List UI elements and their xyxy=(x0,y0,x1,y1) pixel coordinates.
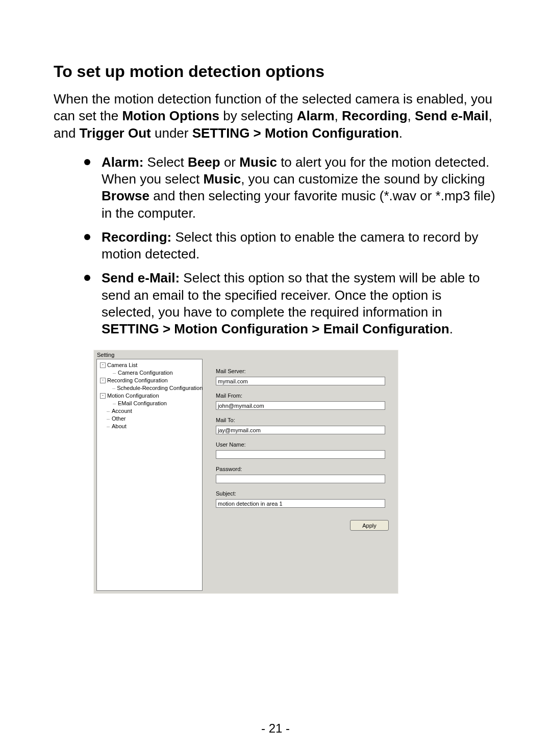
tree-item-about[interactable]: – About xyxy=(100,423,200,430)
settings-header: Setting xyxy=(94,350,398,359)
intro-bold: Recording xyxy=(342,108,408,123)
intro-text: , xyxy=(408,108,415,123)
apply-button[interactable]: Apply xyxy=(350,520,389,531)
intro-text: under xyxy=(151,125,192,141)
bullet-send-email: Send e-Mail: Select this option so that … xyxy=(84,270,497,337)
tree-branch-icon: – xyxy=(106,407,110,415)
tree-label: Recording Configuration xyxy=(107,377,168,384)
bullet-bold: Browse xyxy=(102,188,149,203)
tree-item-motion-config[interactable]: - Motion Configuration xyxy=(100,392,200,400)
tree-item-email-config[interactable]: – EMail Configuration xyxy=(100,400,200,407)
bullet-list: Alarm: Select Beep or Music to alert you… xyxy=(54,154,497,338)
bullet-recording: Recording: Select this option to enable … xyxy=(84,229,497,263)
tree-branch-icon: – xyxy=(112,369,116,377)
intro-bold: SETTING > Motion Configuration xyxy=(192,125,399,141)
subject-label: Subject: xyxy=(216,490,389,497)
tree-item-camera-config[interactable]: – Camera Configuration xyxy=(100,369,200,377)
intro-bold: Motion Options xyxy=(122,108,219,123)
bullet-bold: SETTING > Motion Configuration > Email C… xyxy=(102,321,449,336)
mail-server-input[interactable] xyxy=(216,377,385,385)
tree-label: Schedule-Recording Configuration xyxy=(117,384,203,392)
tree-branch-icon: – xyxy=(106,415,110,423)
intro-text: . xyxy=(399,125,403,141)
user-name-input[interactable] xyxy=(216,450,385,459)
bullet-lead: Recording: xyxy=(102,229,171,245)
tree-collapse-icon[interactable]: - xyxy=(100,362,106,368)
intro-text: , xyxy=(335,108,342,123)
tree-item-camera-list[interactable]: - Camera List xyxy=(100,361,200,369)
intro-bold: Trigger Out xyxy=(80,125,151,141)
tree-item-schedule-recording[interactable]: – Schedule-Recording Configuration xyxy=(100,384,200,392)
settings-dialog: Setting - Camera List – Camera Configura… xyxy=(93,350,398,594)
mail-from-input[interactable] xyxy=(216,401,385,410)
bullet-bold: Music xyxy=(239,154,277,170)
page-title: To set up motion detection options xyxy=(54,61,497,82)
intro-paragraph: When the motion detection function of th… xyxy=(54,91,497,142)
tree-collapse-icon[interactable]: - xyxy=(100,378,106,383)
mail-server-label: Mail Server: xyxy=(216,368,389,374)
settings-tree[interactable]: - Camera List – Camera Configuration - R… xyxy=(96,359,203,591)
bullet-text: , you can customize the sound by clickin… xyxy=(241,171,485,187)
bullet-text: or xyxy=(220,154,240,170)
password-input[interactable] xyxy=(216,475,385,483)
tree-label: Camera Configuration xyxy=(118,369,173,377)
tree-label: About xyxy=(112,423,127,430)
settings-body: - Camera List – Camera Configuration - R… xyxy=(94,359,398,593)
bullet-bold: Beep xyxy=(188,154,220,170)
tree-label: Account xyxy=(112,407,132,415)
user-name-label: User Name: xyxy=(216,441,389,448)
intro-text: by selecting xyxy=(219,108,297,123)
email-config-form: Mail Server: Mail From: Mail To: User Na… xyxy=(203,359,398,593)
bullet-text: and then selecting your favorite music (… xyxy=(102,188,495,220)
tree-branch-icon: – xyxy=(106,423,110,430)
tree-label: Motion Configuration xyxy=(107,392,159,400)
mail-to-label: Mail To: xyxy=(216,417,389,423)
password-label: Password: xyxy=(216,466,389,472)
tree-item-account[interactable]: – Account xyxy=(100,407,200,415)
tree-item-recording-config[interactable]: - Recording Configuration xyxy=(100,377,200,384)
intro-bold: Alarm xyxy=(297,108,335,123)
tree-label: Other xyxy=(112,415,126,423)
mail-from-label: Mail From: xyxy=(216,393,389,399)
bullet-bold: Music xyxy=(203,171,241,187)
tree-item-other[interactable]: – Other xyxy=(100,415,200,423)
tree-label: Camera List xyxy=(107,361,137,369)
intro-bold: Send e-Mail xyxy=(415,108,488,123)
tree-collapse-icon[interactable]: - xyxy=(100,393,106,399)
tree-label: EMail Configuration xyxy=(118,400,167,407)
bullet-lead: Send e-Mail: xyxy=(102,270,180,285)
document-page: To set up motion detection options When … xyxy=(0,0,551,756)
subject-input[interactable] xyxy=(216,499,385,508)
mail-to-input[interactable] xyxy=(216,426,385,434)
bullet-alarm: Alarm: Select Beep or Music to alert you… xyxy=(84,154,497,222)
tree-branch-icon: – xyxy=(112,400,116,407)
tree-branch-icon: – xyxy=(112,384,115,392)
bullet-text: . xyxy=(449,321,453,336)
bullet-lead: Alarm: xyxy=(102,154,143,170)
page-number: - 21 - xyxy=(0,721,551,736)
bullet-text: Select xyxy=(143,154,188,170)
